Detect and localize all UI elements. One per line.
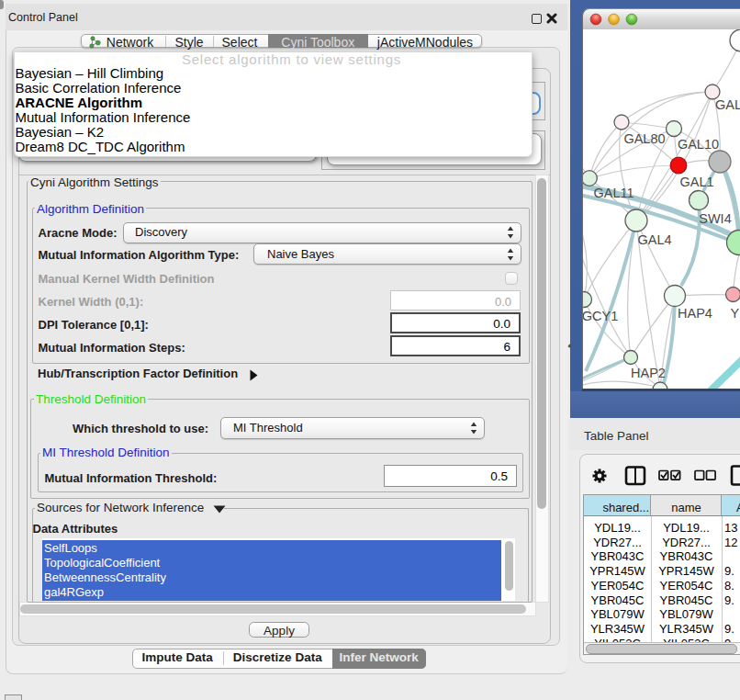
svg-text:GAL11: GAL11 xyxy=(593,186,633,200)
svg-text:GAL4: GAL4 xyxy=(637,232,671,247)
svg-text:GCY1: GCY1 xyxy=(583,309,618,323)
svg-text:GAL7: GAL7 xyxy=(715,97,740,112)
svg-text:SWI4: SWI4 xyxy=(699,211,731,226)
svg-text:HAP2: HAP2 xyxy=(631,366,666,380)
svg-text:GAL80: GAL80 xyxy=(623,131,665,146)
svg-text:GAL1: GAL1 xyxy=(679,175,713,189)
svg-text:GAL10: GAL10 xyxy=(678,137,719,152)
svg-text:Y: Y xyxy=(731,306,740,321)
svg-text:HAP4: HAP4 xyxy=(678,306,712,321)
